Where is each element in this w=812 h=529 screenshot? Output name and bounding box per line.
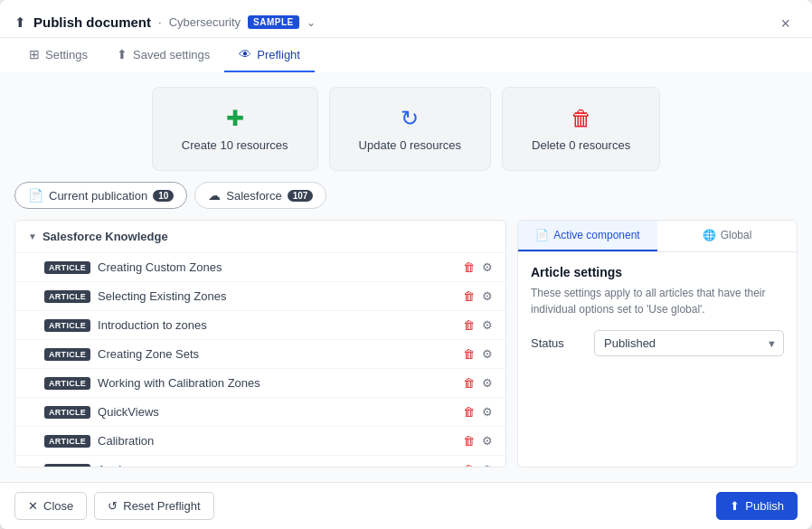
pub-tab-salesforce-label: Salesforce bbox=[226, 189, 281, 203]
article-name: Calibration bbox=[98, 434, 456, 448]
article-delete-icon[interactable]: 🗑 bbox=[463, 260, 475, 274]
create-icon: ✚ bbox=[226, 106, 244, 131]
close-button[interactable]: × bbox=[773, 11, 798, 37]
resource-cards: ✚ Create 10 resources ↻ Update 0 resourc… bbox=[14, 87, 798, 171]
close-footer-icon: ✕ bbox=[28, 499, 38, 513]
sample-badge: SAMPLE bbox=[248, 15, 299, 29]
article-name: Introduction to zones bbox=[98, 318, 456, 332]
reset-preflight-button[interactable]: ↺ Reset Preflight bbox=[94, 492, 213, 520]
create-card: ✚ Create 10 resources bbox=[152, 87, 318, 171]
status-select-wrapper: Draft Published Archived ▼ bbox=[594, 330, 784, 356]
table-row: ARTICLE Calibration 🗑 ⚙ bbox=[15, 427, 505, 456]
table-row: ARTICLE Selecting Existing Zones 🗑 ⚙ bbox=[15, 282, 505, 311]
article-badge: ARTICLE bbox=[44, 319, 90, 332]
article-gear-icon[interactable]: ⚙ bbox=[482, 318, 493, 332]
pub-tab-salesforce[interactable]: ☁ Salesforce 107 bbox=[194, 182, 326, 209]
pub-tab-current-label: Current publication bbox=[49, 189, 147, 203]
publish-modal: ⬆ Publish document · Cybersecurity SAMPL… bbox=[0, 0, 812, 529]
articles-panel: ▼ Salesforce Knowledge ARTICLE Creating … bbox=[14, 220, 506, 468]
modal-body: ✚ Create 10 resources ↻ Update 0 resourc… bbox=[0, 72, 812, 482]
saved-tab-icon: ⬆ bbox=[117, 47, 127, 61]
article-delete-icon[interactable]: 🗑 bbox=[463, 376, 475, 390]
close-footer-button[interactable]: ✕ Close bbox=[14, 492, 87, 520]
article-name: Working with Calibration Zones bbox=[98, 376, 456, 390]
publish-icon: ⬆ bbox=[730, 499, 740, 513]
table-row: ARTICLE Creating Custom Zones 🗑 ⚙ bbox=[15, 253, 505, 282]
article-badge: ARTICLE bbox=[44, 348, 90, 361]
reset-icon: ↺ bbox=[108, 499, 118, 513]
current-pub-icon: 📄 bbox=[28, 188, 43, 203]
article-gear-icon[interactable]: ⚙ bbox=[482, 434, 493, 448]
pub-tab-current[interactable]: 📄 Current publication 10 bbox=[14, 182, 187, 209]
article-badge: ARTICLE bbox=[44, 406, 90, 419]
title-row: ⬆ Publish document · Cybersecurity SAMPL… bbox=[14, 14, 316, 34]
status-select[interactable]: Draft Published Archived bbox=[594, 330, 784, 356]
article-gear-icon[interactable]: ⚙ bbox=[482, 376, 493, 390]
article-gear-icon[interactable]: ⚙ bbox=[482, 347, 493, 361]
delete-card: 🗑 Delete 0 resources bbox=[502, 87, 660, 171]
article-badge: ARTICLE bbox=[44, 290, 90, 303]
tab-settings[interactable]: ⊞ Settings bbox=[14, 38, 102, 72]
footer-left: ✕ Close ↺ Reset Preflight bbox=[14, 492, 214, 520]
global-tab-icon: 🌐 bbox=[703, 229, 716, 241]
create-label: Create 10 resources bbox=[182, 138, 288, 152]
status-label: Status bbox=[531, 336, 585, 350]
settings-description: These settings apply to all articles tha… bbox=[531, 285, 784, 317]
publication-tabs: 📄 Current publication 10 ☁ Salesforce 10… bbox=[14, 182, 798, 209]
table-row: ARTICLE Introduction to zones 🗑 ⚙ bbox=[15, 311, 505, 340]
preflight-tab-icon: 👁 bbox=[239, 47, 251, 61]
tab-preflight[interactable]: 👁 Preflight bbox=[224, 38, 315, 72]
article-badge: ARTICLE bbox=[44, 377, 90, 390]
settings-panel-tabs: 📄 Active component 🌐 Global bbox=[518, 221, 797, 252]
update-card: ↻ Update 0 resources bbox=[329, 87, 491, 171]
article-gear-icon[interactable]: ⚙ bbox=[482, 405, 493, 419]
article-name: Creating Custom Zones bbox=[98, 260, 456, 274]
settings-panel: 📄 Active component 🌐 Global Article sett… bbox=[517, 220, 798, 468]
settings-tab-icon: ⊞ bbox=[29, 47, 40, 61]
branch-icon: ⌄ bbox=[307, 16, 316, 29]
close-footer-label: Close bbox=[43, 499, 73, 513]
tab-saved-settings[interactable]: ⬆ Saved settings bbox=[102, 38, 224, 72]
table-row: ARTICLE Analyses 🗑 ⚙ bbox=[15, 456, 505, 468]
article-delete-icon[interactable]: 🗑 bbox=[463, 289, 475, 303]
table-row: ARTICLE QuickViews 🗑 ⚙ bbox=[15, 398, 505, 427]
modal-header: ⬆ Publish document · Cybersecurity SAMPL… bbox=[0, 0, 812, 38]
article-gear-icon[interactable]: ⚙ bbox=[482, 463, 493, 468]
table-row: ARTICLE Creating Zone Sets 🗑 ⚙ bbox=[15, 340, 505, 369]
article-gear-icon[interactable]: ⚙ bbox=[482, 260, 493, 274]
publish-label: Publish bbox=[745, 499, 784, 513]
article-badge: ARTICLE bbox=[44, 261, 90, 274]
current-pub-badge: 10 bbox=[153, 190, 174, 202]
settings-active-tab[interactable]: 📄 Active component bbox=[518, 221, 657, 251]
article-badge: ARTICLE bbox=[44, 464, 90, 468]
group-name: Salesforce Knowledge bbox=[42, 230, 168, 243]
upload-icon: ⬆ bbox=[14, 14, 26, 31]
article-gear-icon[interactable]: ⚙ bbox=[482, 289, 493, 303]
chevron-icon: ▼ bbox=[28, 231, 37, 241]
global-tab-label: Global bbox=[721, 229, 752, 241]
publish-button[interactable]: ⬆ Publish bbox=[716, 492, 798, 520]
article-delete-icon[interactable]: 🗑 bbox=[463, 434, 475, 448]
article-name: Creating Zone Sets bbox=[98, 347, 456, 361]
status-field: Status Draft Published Archived ▼ bbox=[531, 330, 784, 356]
update-label: Update 0 resources bbox=[359, 138, 461, 152]
article-delete-icon[interactable]: 🗑 bbox=[463, 318, 475, 332]
active-tab-icon: 📄 bbox=[535, 229, 549, 241]
tab-preflight-label: Preflight bbox=[257, 48, 300, 61]
modal-title: Publish document bbox=[33, 14, 151, 30]
active-tab-label: Active component bbox=[553, 229, 639, 241]
article-badge: ARTICLE bbox=[44, 435, 90, 448]
update-icon: ↻ bbox=[401, 106, 419, 131]
content-area: ▼ Salesforce Knowledge ARTICLE Creating … bbox=[14, 220, 798, 468]
modal-subtitle: · bbox=[158, 15, 162, 29]
article-delete-icon[interactable]: 🗑 bbox=[463, 463, 475, 468]
tab-saved-label: Saved settings bbox=[133, 48, 210, 61]
delete-icon: 🗑 bbox=[571, 106, 592, 131]
article-delete-icon[interactable]: 🗑 bbox=[463, 347, 475, 361]
settings-global-tab[interactable]: 🌐 Global bbox=[657, 221, 797, 251]
main-tabs: ⊞ Settings ⬆ Saved settings 👁 Preflight bbox=[0, 38, 812, 72]
article-delete-icon[interactable]: 🗑 bbox=[463, 405, 475, 419]
article-name: Analyses bbox=[98, 463, 456, 468]
modal-footer: ✕ Close ↺ Reset Preflight ⬆ Publish bbox=[0, 482, 812, 529]
delete-label: Delete 0 resources bbox=[532, 138, 630, 152]
